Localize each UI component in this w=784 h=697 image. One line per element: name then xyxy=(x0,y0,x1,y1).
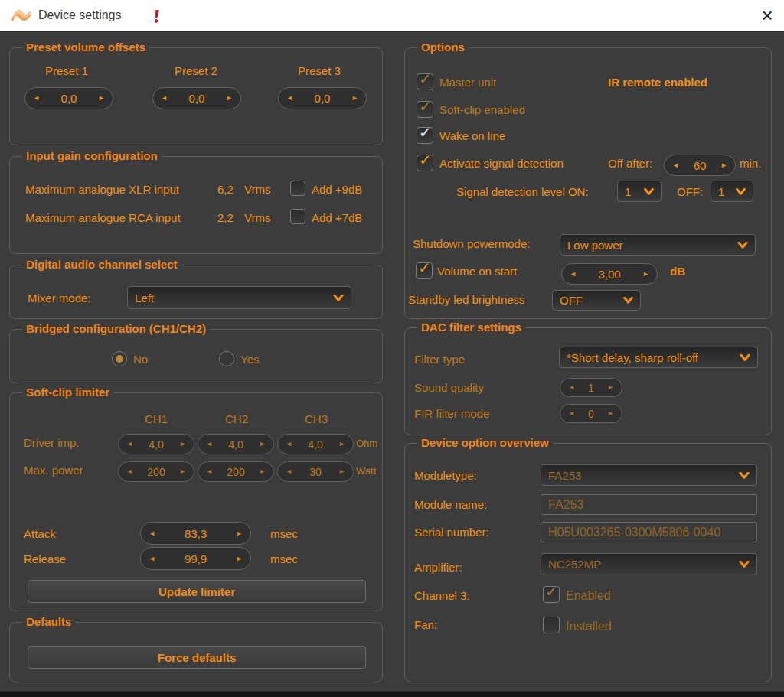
chevron-down-icon[interactable] xyxy=(623,297,633,304)
fir-filter-mode-spinner[interactable]: ◄ 0 ► xyxy=(560,404,622,423)
fan-installed-label: Installed xyxy=(566,620,612,633)
max-power-ch2-spinner[interactable]: ◄ 200 ► xyxy=(198,461,274,482)
max-power-ch3-spinner[interactable]: ◄ 30 ► xyxy=(277,461,354,482)
chevron-down-icon[interactable] xyxy=(644,188,654,195)
attack-unit: msec xyxy=(270,527,298,540)
chevron-down-icon[interactable] xyxy=(737,242,748,249)
fan-installed-checkbox[interactable] xyxy=(543,617,560,633)
sound-quality-spinner[interactable]: ◄ 1 ► xyxy=(560,378,622,397)
driver-imp-unit: Ohm xyxy=(356,438,377,449)
chevron-down-icon[interactable] xyxy=(739,472,750,479)
decrement-icon[interactable]: ◄ xyxy=(126,441,133,448)
decrement-icon[interactable]: ◄ xyxy=(286,441,292,448)
driver-imp-ch3-spinner[interactable]: ◄ 4,0 ► xyxy=(277,434,354,454)
client-area: Preset volume offsets Preset 1 Preset 2 … xyxy=(0,33,784,697)
preset-2-value: 0,0 xyxy=(189,92,205,105)
max-power-ch2-value: 200 xyxy=(227,466,244,478)
increment-icon[interactable]: ► xyxy=(338,441,345,448)
bridged-no-radio[interactable] xyxy=(112,351,127,366)
decrement-icon[interactable]: ◄ xyxy=(570,271,577,278)
mixer-mode-select[interactable]: Left xyxy=(127,286,351,309)
serial-number-value: H05U003265-0300M5806-0040 xyxy=(548,526,720,539)
increment-icon[interactable]: ► xyxy=(607,384,614,391)
off-after-label: Off after: xyxy=(608,157,652,170)
master-unit-checkbox[interactable]: ✓ xyxy=(416,73,433,90)
chevron-down-icon[interactable] xyxy=(739,561,750,568)
decrement-icon[interactable]: ◄ xyxy=(126,468,133,475)
decrement-icon[interactable]: ◄ xyxy=(672,162,679,169)
decrement-icon[interactable]: ◄ xyxy=(149,555,155,562)
increment-icon[interactable]: ► xyxy=(179,468,186,475)
filter-type-select[interactable]: *Short delay, sharp roll-off xyxy=(559,347,758,368)
increment-icon[interactable]: ► xyxy=(642,271,649,278)
close-button[interactable]: × xyxy=(755,3,779,28)
driver-imp-ch2-spinner[interactable]: ◄ 4,0 ► xyxy=(198,434,274,454)
moduletype-select[interactable]: FA253 xyxy=(541,464,757,486)
chevron-down-icon[interactable] xyxy=(333,295,344,301)
off-after-spinner[interactable]: ◄ 60 ► xyxy=(664,155,736,176)
group-input-gain: Input gain configuration Maximum analogu… xyxy=(9,156,383,254)
fir-filter-mode-label: FIR filter mode xyxy=(414,407,489,420)
channel-3-enabled-checkbox[interactable]: ✓ xyxy=(543,586,560,603)
chevron-down-icon[interactable] xyxy=(740,354,750,361)
module-name-input[interactable]: FA253 xyxy=(541,494,757,515)
shutdown-powermode-select[interactable]: Low power xyxy=(560,234,756,256)
max-power-ch1-spinner[interactable]: ◄ 200 ► xyxy=(118,461,194,482)
release-label: Release xyxy=(24,552,66,565)
decrement-icon[interactable]: ◄ xyxy=(286,95,293,102)
update-limiter-button[interactable]: Update limiter xyxy=(28,580,366,603)
add-7db-checkbox[interactable] xyxy=(290,209,305,224)
standby-led-select[interactable]: OFF xyxy=(552,290,641,311)
volume-on-start-checkbox[interactable]: ✓ xyxy=(416,262,433,279)
increment-icon[interactable]: ► xyxy=(179,441,186,448)
attack-label: Attack xyxy=(24,527,56,540)
decrement-icon[interactable]: ◄ xyxy=(33,95,40,102)
increment-icon[interactable]: ► xyxy=(259,441,266,448)
increment-icon[interactable]: ► xyxy=(351,95,358,102)
preset-3-spinner[interactable]: ◄ 0,0 ► xyxy=(278,87,367,109)
decrement-icon[interactable]: ◄ xyxy=(206,441,213,448)
force-defaults-button[interactable]: Force defaults xyxy=(28,646,366,669)
detect-on-select[interactable]: 1 xyxy=(617,181,662,202)
filter-type-label: Filter type xyxy=(414,353,465,366)
fir-filter-mode-value: 0 xyxy=(588,408,594,420)
softclip-enabled-checkbox[interactable]: ✓ xyxy=(416,101,433,118)
detect-on-label: Signal detection level ON: xyxy=(456,185,589,198)
mixer-mode-value: Left xyxy=(135,292,154,305)
decrement-icon[interactable]: ◄ xyxy=(206,468,213,475)
increment-icon[interactable]: ► xyxy=(98,95,105,102)
release-spinner[interactable]: ◄ 99,9 ► xyxy=(140,547,251,570)
increment-icon[interactable]: ► xyxy=(338,468,345,475)
decrement-icon[interactable]: ◄ xyxy=(286,468,292,475)
decrement-icon[interactable]: ◄ xyxy=(149,530,155,537)
add-9db-checkbox[interactable] xyxy=(290,181,305,196)
rca-input-label: Maximum analogue RCA input xyxy=(25,211,181,224)
increment-icon[interactable]: ► xyxy=(236,530,243,537)
activate-signal-detection-checkbox[interactable]: ✓ xyxy=(416,155,433,171)
detect-off-label: OFF: xyxy=(677,185,703,198)
channel-3-enabled-label: Enabled xyxy=(566,589,611,603)
increment-icon[interactable]: ► xyxy=(226,95,233,102)
amplifier-select[interactable]: NC252MP xyxy=(541,553,757,575)
increment-icon[interactable]: ► xyxy=(259,468,266,475)
volume-on-start-spinner[interactable]: ◄ 3,00 ► xyxy=(561,263,658,285)
attack-spinner[interactable]: ◄ 83,3 ► xyxy=(140,522,251,545)
increment-icon[interactable]: ► xyxy=(236,555,243,562)
preset-1-spinner[interactable]: ◄ 0,0 ► xyxy=(24,87,113,109)
increment-icon[interactable]: ► xyxy=(720,162,727,169)
decrement-icon[interactable]: ◄ xyxy=(161,95,168,102)
wake-on-line-checkbox[interactable]: ✓ xyxy=(416,127,433,144)
off-after-unit: min. xyxy=(740,157,761,170)
decrement-icon[interactable]: ◄ xyxy=(568,410,575,417)
detect-off-select[interactable]: 1 xyxy=(710,181,753,202)
decrement-icon[interactable]: ◄ xyxy=(568,384,575,391)
serial-number-input[interactable]: H05U003265-0300M5806-0040 xyxy=(541,522,757,542)
chevron-down-icon[interactable] xyxy=(736,188,746,195)
max-power-label: Max. power xyxy=(24,464,83,477)
check-icon: ✓ xyxy=(418,259,431,277)
driver-imp-ch1-spinner[interactable]: ◄ 4,0 ► xyxy=(118,434,194,454)
bridged-yes-radio[interactable] xyxy=(219,351,234,366)
increment-icon[interactable]: ► xyxy=(607,410,614,417)
group-title: Input gain configuration xyxy=(22,149,162,162)
preset-2-spinner[interactable]: ◄ 0,0 ► xyxy=(152,87,241,109)
